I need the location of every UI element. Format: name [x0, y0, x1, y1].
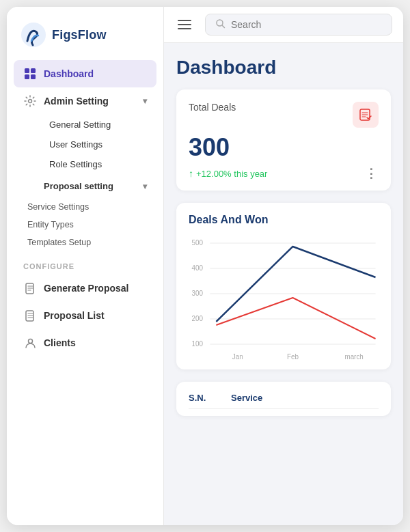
- logo-text: FigsFlow: [52, 28, 107, 42]
- sidebar-item-dashboard-label: Dashboard: [44, 68, 94, 79]
- document-icon: [23, 281, 37, 295]
- svg-point-9: [217, 20, 223, 26]
- svg-text:Jan: Jan: [232, 353, 243, 361]
- search-box: [205, 14, 392, 36]
- won-line: [216, 298, 375, 339]
- svg-point-8: [28, 339, 32, 343]
- sidebar-item-admin-label: Admin Setting: [44, 96, 109, 107]
- clients-icon: [23, 336, 37, 350]
- table-col-service: Service: [231, 393, 379, 403]
- list-icon: [23, 309, 37, 322]
- more-options-button[interactable]: ⋮: [365, 166, 379, 181]
- svg-rect-1: [25, 68, 29, 73]
- svg-text:300: 300: [191, 290, 203, 298]
- configure-section-label: CONFIGURE: [14, 251, 156, 275]
- stats-card-title: Total Deals: [189, 102, 236, 113]
- content-area: Dashboard Total Deals 300: [164, 43, 403, 525]
- logo-icon: [20, 22, 46, 48]
- logo-area: FigsFlow: [7, 7, 163, 60]
- chevron-down-icon-2: ▾: [143, 182, 147, 191]
- sidebar-item-clients-label: Clients: [44, 337, 76, 348]
- sidebar-item-general-setting[interactable]: General Setting: [44, 115, 156, 135]
- sidebar-item-dashboard[interactable]: Dashboard: [14, 60, 156, 87]
- stats-footer: ↑ +12.00% this year ⋮: [189, 166, 379, 181]
- sidebar: FigsFlow Dashboard: [7, 7, 164, 525]
- sidebar-item-templates-setup[interactable]: Templates Setup: [22, 234, 156, 251]
- sidebar-item-proposal-label: Proposal setting: [44, 181, 113, 191]
- chart-title: Deals And Won: [189, 214, 379, 226]
- admin-submenu: General Setting User Settings Role Setti…: [14, 115, 156, 174]
- stats-value: 300: [189, 133, 379, 162]
- svg-text:100: 100: [191, 340, 203, 348]
- svg-text:march: march: [344, 353, 364, 361]
- table-card: S.N. Service: [176, 382, 391, 416]
- svg-rect-4: [31, 74, 36, 79]
- hamburger-line-3: [178, 28, 191, 29]
- svg-rect-2: [31, 68, 36, 73]
- hamburger-line-1: [178, 20, 191, 21]
- table-header: S.N. Service: [189, 393, 379, 409]
- main-content: Dashboard Total Deals 300: [164, 7, 403, 525]
- proposal-submenu: Service Settings Entity Types Templates …: [14, 198, 156, 251]
- sidebar-item-entity-types[interactable]: Entity Types: [22, 216, 156, 234]
- stats-card-header: Total Deals: [189, 102, 379, 128]
- sidebar-item-role-settings[interactable]: Role Settings: [44, 154, 156, 174]
- gear-icon: [23, 94, 37, 108]
- svg-text:400: 400: [191, 264, 203, 272]
- sidebar-item-proposal-setting[interactable]: Proposal setting ▾: [14, 174, 156, 198]
- sidebar-item-generate-proposal-label: Generate Proposal: [44, 283, 129, 294]
- svg-text:200: 200: [191, 315, 203, 323]
- sidebar-navigation: Dashboard Admin Setting ▾ General Settin…: [7, 60, 163, 525]
- svg-rect-3: [25, 74, 29, 79]
- deals-icon: [353, 102, 379, 128]
- hamburger-line-2: [178, 24, 191, 25]
- sidebar-item-generate-proposal[interactable]: Generate Proposal: [14, 275, 156, 302]
- stats-growth: ↑ +12.00% this year: [189, 168, 267, 179]
- search-input[interactable]: [231, 19, 382, 30]
- svg-point-0: [21, 23, 46, 47]
- sidebar-item-service-settings[interactable]: Service Settings: [22, 198, 156, 216]
- deals-line: [216, 247, 375, 322]
- sidebar-item-user-settings[interactable]: User Settings: [44, 135, 156, 154]
- stats-card-total-deals: Total Deals 300 ↑ +12.00% this year: [176, 89, 391, 191]
- svg-text:Feb: Feb: [287, 353, 299, 361]
- grid-icon: [23, 67, 37, 81]
- hamburger-button[interactable]: [175, 14, 197, 36]
- sidebar-item-admin-setting[interactable]: Admin Setting ▾: [14, 87, 156, 115]
- svg-point-5: [29, 100, 32, 103]
- chart-area: 500 400 300 200 100 Jan Feb: [189, 233, 379, 363]
- page-title: Dashboard: [176, 57, 391, 79]
- chart-card: Deals And Won 500 400 300 200 100: [176, 203, 391, 369]
- table-col-sn: S.N.: [189, 393, 223, 403]
- sidebar-item-proposal-list[interactable]: Proposal List: [14, 302, 156, 329]
- arrow-up-icon: ↑: [189, 168, 193, 179]
- topbar: [164, 7, 403, 43]
- svg-text:500: 500: [191, 239, 203, 247]
- search-icon: [215, 18, 226, 31]
- app-container: FigsFlow Dashboard: [7, 7, 403, 525]
- stats-growth-text: +12.00% this year: [196, 169, 267, 179]
- chevron-down-icon: ▾: [143, 96, 147, 106]
- sidebar-item-proposal-list-label: Proposal List: [44, 310, 105, 321]
- sidebar-item-clients[interactable]: Clients: [14, 329, 156, 356]
